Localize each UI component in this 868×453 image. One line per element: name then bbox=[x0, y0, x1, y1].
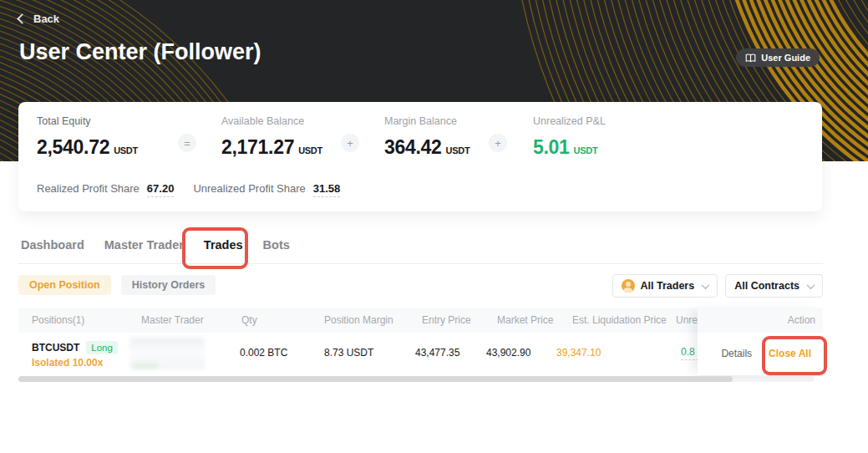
col-qty: Qty bbox=[241, 314, 257, 326]
stat-label: Total Equity bbox=[37, 115, 138, 127]
stat-unit: USDT bbox=[114, 145, 138, 155]
stat-unit: USDT bbox=[298, 145, 322, 155]
equity-summary-card: Total Equity 2,540.72USDT = Available Ba… bbox=[18, 102, 822, 211]
avatar-icon bbox=[622, 279, 635, 293]
stat-unit: USDT bbox=[574, 145, 598, 155]
user-guide-button[interactable]: User Guide bbox=[736, 48, 820, 67]
positions-table-scroll-area: Positions(1) Master Trader Qty Position … bbox=[18, 308, 698, 375]
stat-available-balance: Available Balance 2,171.27USDT bbox=[221, 115, 322, 159]
chevron-left-icon bbox=[17, 13, 28, 24]
tab-bots[interactable]: Bots bbox=[262, 238, 291, 252]
col-positions: Positions(1) bbox=[32, 314, 84, 326]
unrealized-pnl-value: 0.8 bbox=[681, 346, 698, 360]
subtab-history-orders[interactable]: History Orders bbox=[121, 275, 216, 295]
horizontal-scrollbar-thumb[interactable] bbox=[18, 376, 733, 382]
main-tabs: Dashboard Master Trader Trades Bots bbox=[20, 238, 291, 252]
stat-label: Margin Balance bbox=[384, 115, 470, 127]
qty-value: 0.002 BTC bbox=[240, 347, 287, 359]
book-icon bbox=[745, 53, 756, 63]
col-unrealized-pnl: Unrealized P&L bbox=[676, 314, 698, 326]
chevron-down-icon bbox=[702, 281, 710, 289]
back-label: Back bbox=[33, 13, 59, 25]
stat-value: 2,540.72 bbox=[37, 136, 109, 158]
table-header-row: Positions(1) Master Trader Qty Position … bbox=[18, 308, 698, 333]
col-position-margin: Position Margin bbox=[324, 314, 393, 326]
page-title: User Center (Follower) bbox=[19, 39, 261, 65]
action-sticky-column: Action Details Close All bbox=[698, 308, 823, 376]
realized-profit-share: Realized Profit Share 67.20 bbox=[37, 182, 174, 197]
stat-total-equity: Total Equity 2,540.72USDT bbox=[37, 115, 138, 159]
plus-icon: + bbox=[489, 134, 507, 152]
equals-icon: = bbox=[178, 134, 196, 152]
all-contracts-dropdown[interactable]: All Contracts bbox=[725, 274, 823, 298]
position-row: BTCUSDT Long Isolated 10.00x 0.002 BTC 8… bbox=[18, 333, 698, 375]
profit-share-row: Realized Profit Share 67.20 Unrealized P… bbox=[37, 182, 340, 197]
tab-dashboard[interactable]: Dashboard bbox=[20, 238, 85, 252]
symbol-label: BTCUSDT bbox=[32, 342, 79, 354]
col-est-liquidation-price: Est. Liquidation Price bbox=[572, 314, 667, 326]
stat-margin-balance: Margin Balance 364.42USDT bbox=[384, 115, 470, 159]
master-trader-masked bbox=[129, 338, 205, 369]
close-all-button[interactable]: Close All bbox=[769, 348, 811, 359]
table-filters: All Traders All Contracts bbox=[612, 274, 823, 298]
stat-value: 364.42 bbox=[384, 136, 442, 158]
dropdown-label: All Traders bbox=[641, 280, 695, 292]
stat-unrealized-pnl: Unrealized P&L 5.01USDT bbox=[533, 115, 606, 159]
col-master-trader: Master Trader bbox=[141, 314, 204, 326]
col-entry-price: Entry Price bbox=[422, 314, 471, 326]
stat-value: 5.01 bbox=[533, 136, 570, 158]
tabs-divider bbox=[18, 263, 823, 264]
tab-trades[interactable]: Trades bbox=[203, 238, 244, 252]
side-badge: Long bbox=[86, 341, 118, 354]
stat-unit: USDT bbox=[446, 145, 470, 155]
tab-master-trader[interactable]: Master Trader bbox=[104, 238, 185, 252]
stat-label: Available Balance bbox=[221, 115, 322, 127]
stat-value: 2,171.27 bbox=[221, 136, 294, 158]
unrealized-profit-share: Unrealized Profit Share 31.58 bbox=[193, 182, 340, 197]
market-price-value: 43,902.90 bbox=[486, 347, 530, 359]
col-market-price: Market Price bbox=[497, 314, 553, 326]
profit-share-label: Realized Profit Share bbox=[37, 182, 140, 195]
back-button[interactable]: Back bbox=[18, 13, 59, 25]
position-subtabs: Open Position History Orders bbox=[18, 275, 216, 295]
entry-price-value: 43,477.35 bbox=[415, 347, 459, 359]
margin-mode-label: Isolated 10.00x bbox=[32, 357, 103, 369]
profit-share-value: 67.20 bbox=[147, 182, 175, 197]
plus-icon: + bbox=[341, 134, 359, 152]
col-action: Action bbox=[698, 308, 823, 333]
profit-share-value: 31.58 bbox=[313, 182, 341, 197]
all-traders-dropdown[interactable]: All Traders bbox=[612, 274, 718, 298]
user-guide-label: User Guide bbox=[761, 53, 810, 63]
profit-share-label: Unrealized Profit Share bbox=[193, 182, 305, 195]
position-margin-value: 8.73 USDT bbox=[324, 347, 373, 359]
est-liquidation-price-value: 39,347.10 bbox=[556, 347, 601, 359]
dropdown-label: All Contracts bbox=[734, 280, 799, 292]
chevron-down-icon bbox=[807, 281, 815, 289]
subtab-open-position[interactable]: Open Position bbox=[18, 275, 111, 295]
stat-label: Unrealized P&L bbox=[533, 115, 606, 127]
details-link[interactable]: Details bbox=[721, 348, 752, 359]
